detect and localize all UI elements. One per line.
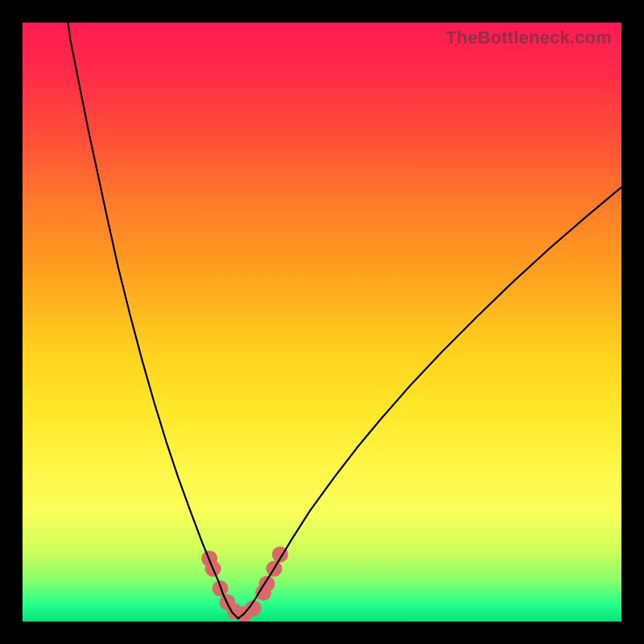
left-curve — [68, 23, 238, 618]
marker-group — [201, 547, 288, 621]
curve-layer — [23, 23, 621, 621]
right-curve — [238, 188, 621, 619]
plot-area: TheBottleneck.com — [23, 23, 621, 621]
chart-frame: TheBottleneck.com — [0, 0, 644, 644]
